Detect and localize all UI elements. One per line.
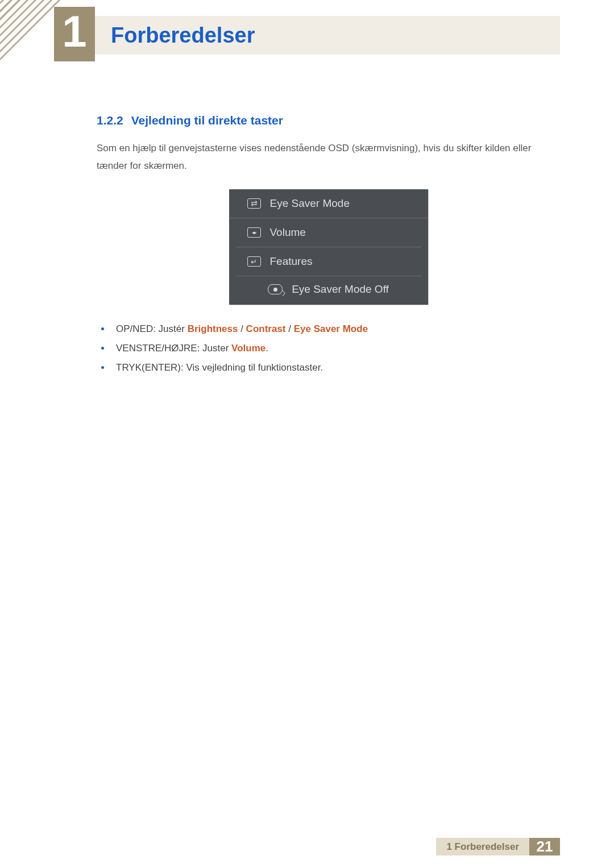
list-item: VENSTRE/HØJRE: Juster Volume. (97, 339, 560, 358)
eye-icon (268, 284, 283, 294)
up-down-icon (247, 198, 261, 209)
osd-row-features: Features (236, 247, 421, 276)
osd-row-eye-saver: Eye Saver Mode (229, 189, 428, 218)
bullet-list: OP/NED: Justér Brightness / Contrast / E… (97, 319, 560, 377)
osd-row-volume: Volume (236, 218, 421, 247)
osd-panel: Eye Saver Mode Volume Features Eye Saver… (229, 189, 428, 305)
bullet-text: TRYK(ENTER): Vis vejledning til funktion… (116, 362, 323, 373)
chapter-number-badge: 1 (54, 7, 95, 61)
highlight-volume: Volume (231, 343, 265, 354)
bullet-text: VENSTRE/HØJRE: Juster (116, 343, 231, 354)
left-right-icon (247, 227, 261, 238)
highlight-brightness: Brightness (188, 323, 238, 334)
corner-hatch-decoration (0, 0, 63, 63)
osd-status-label: Eye Saver Mode Off (292, 283, 389, 296)
osd-status-row: Eye Saver Mode Off (229, 276, 428, 305)
section-number: 1.2.2 (97, 114, 123, 127)
highlight-contrast: Contrast (246, 323, 286, 334)
section-intro-text: Som en hjælp til genvejstasterne vises n… (97, 140, 560, 175)
osd-row-label: Volume (270, 226, 306, 239)
osd-row-label: Features (270, 255, 313, 268)
separator: / (286, 323, 294, 334)
bullet-text: . (265, 343, 268, 354)
chapter-title: Forberedelser (111, 23, 255, 48)
highlight-eye-saver: Eye Saver Mode (294, 323, 368, 334)
chapter-number: 1 (62, 9, 86, 53)
footer-chapter-label: 1 Forberedelser (436, 838, 529, 855)
footer-page-number: 21 (529, 838, 560, 855)
page: Forberedelser 1 1.2.2Vejledning til dire… (0, 0, 614, 868)
section-title: Vejledning til direkte taster (131, 114, 283, 127)
chapter-header-bar: Forberedelser (54, 16, 560, 55)
list-item: OP/NED: Justér Brightness / Contrast / E… (97, 319, 560, 339)
list-item: TRYK(ENTER): Vis vejledning til funktion… (97, 358, 560, 377)
section-heading: 1.2.2Vejledning til direkte taster (97, 114, 560, 127)
page-footer: 1 Forberedelser 21 (54, 838, 560, 855)
separator: / (238, 323, 246, 334)
bullet-text: OP/NED: Justér (116, 323, 188, 334)
osd-row-label: Eye Saver Mode (270, 197, 350, 210)
enter-icon (247, 256, 261, 267)
section-content: 1.2.2Vejledning til direkte taster Som e… (97, 114, 560, 377)
